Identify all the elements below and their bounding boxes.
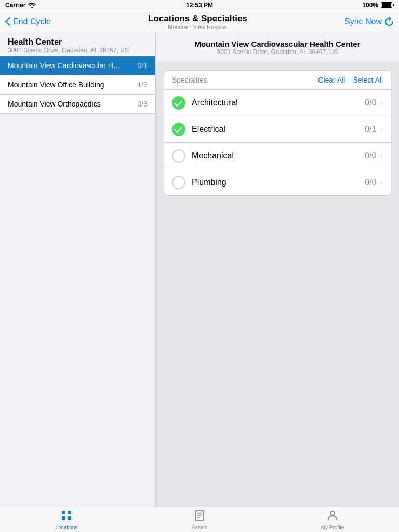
- sidebar-item-2[interactable]: Mountain View Orthopaedics 0/3: [0, 95, 155, 114]
- specialty-count-2: 0/0: [365, 151, 376, 161]
- back-label: End Cycle: [13, 17, 51, 26]
- carrier-text: Carrier: [5, 2, 25, 9]
- specialty-chevron-3: ›: [380, 178, 383, 187]
- right-header: Mountain View Cardiovascular Health Cent…: [156, 33, 399, 62]
- profile-icon: [326, 509, 339, 524]
- specialty-item-1[interactable]: Electrical 0/1 ›: [164, 116, 391, 143]
- sidebar-item-badge-1: 1/3: [132, 81, 148, 89]
- right-panel: Mountain View Cardiovascular Health Cent…: [156, 33, 399, 507]
- specialty-count-3: 0/0: [365, 178, 376, 187]
- selected-location-name: Mountain View Cardiovascular Health Cent…: [164, 39, 391, 48]
- status-battery-area: 100%: [362, 2, 394, 9]
- specialty-name-2: Mechanical: [192, 151, 365, 161]
- sync-button[interactable]: Sync Now: [344, 17, 394, 26]
- svg-point-0: [31, 7, 33, 8]
- specialties-label: Specialties: [172, 76, 207, 84]
- tab-profile-label: My Profile: [321, 525, 344, 530]
- status-carrier: Carrier: [5, 2, 36, 9]
- specialty-count-0: 0/0: [365, 98, 376, 108]
- sync-label: Sync Now: [344, 17, 382, 26]
- specialty-check-3: [172, 176, 185, 189]
- specialty-check-1: [172, 123, 185, 136]
- selected-location-address: 3001 Scenic Drive, Gadsden, AL 36467, US: [164, 48, 391, 56]
- tab-locations[interactable]: Locations: [0, 507, 133, 532]
- specialty-count-1: 0/1: [365, 125, 376, 134]
- sidebar-item-badge-0: 0/1: [132, 61, 148, 70]
- main-content: Health Center 3001 Scenic Drive, Gadsden…: [0, 33, 399, 507]
- specialties-actions: Clear All Select All: [318, 76, 383, 84]
- group-address: 3001 Scenic Drive, Gadsden, AL 36467, US: [8, 47, 148, 54]
- sync-icon: [384, 17, 394, 26]
- clear-all-button[interactable]: Clear All: [318, 76, 345, 84]
- assets-icon: [193, 509, 206, 524]
- tab-bar: Locations Assets My Profile: [0, 507, 399, 532]
- sidebar-item-0[interactable]: Mountain View Cardiovascular Health... 0…: [0, 56, 155, 75]
- sidebar-item-1[interactable]: Mountain View Office Building 1/3: [0, 75, 155, 95]
- specialty-check-0: [172, 96, 185, 110]
- specialty-item-0[interactable]: Architectural 0/0 ›: [164, 90, 391, 116]
- svg-point-9: [330, 511, 335, 515]
- specialty-item-3[interactable]: Plumbing 0/0 ›: [164, 169, 391, 195]
- battery-percent: 100%: [362, 2, 378, 9]
- tab-my-profile[interactable]: My Profile: [266, 507, 399, 532]
- sidebar-section-header: Health Center 3001 Scenic Drive, Gadsden…: [0, 33, 155, 56]
- svg-rect-1: [62, 511, 65, 514]
- svg-rect-4: [68, 516, 71, 520]
- tab-assets[interactable]: Assets: [133, 507, 266, 532]
- specialty-chevron-2: ›: [380, 152, 383, 160]
- specialty-chevron-1: ›: [380, 125, 383, 134]
- sidebar-item-name-2: Mountain View Orthopaedics: [8, 100, 122, 108]
- specialty-item-2[interactable]: Mechanical 0/0 ›: [164, 143, 391, 169]
- locations-icon: [60, 509, 73, 524]
- specialty-check-2: [172, 149, 185, 163]
- sidebar-item-badge-2: 0/3: [132, 100, 148, 108]
- sidebar: Health Center 3001 Scenic Drive, Gadsden…: [0, 33, 156, 507]
- svg-rect-2: [68, 511, 71, 514]
- status-time: 12:53 PM: [186, 2, 213, 9]
- sidebar-item-name-1: Mountain View Office Building: [8, 81, 122, 89]
- group-title: Health Center: [8, 37, 148, 47]
- page-title: Locations & Specialties: [148, 14, 247, 24]
- status-bar: Carrier 12:53 PM 100%: [0, 0, 399, 10]
- nav-bar: End Cycle Locations & Specialties Mounta…: [0, 10, 399, 33]
- tab-assets-label: Assets: [192, 525, 207, 530]
- specialty-chevron-0: ›: [380, 99, 383, 107]
- back-button[interactable]: End Cycle: [5, 17, 51, 26]
- battery-icon: [381, 2, 394, 8]
- specialties-container: Specialties Clear All Select All Archite…: [164, 70, 391, 196]
- tab-locations-label: Locations: [56, 525, 78, 530]
- wifi-icon: [28, 2, 36, 8]
- page-subtitle: Mountain View Hospital: [148, 24, 247, 30]
- back-icon: [5, 17, 10, 26]
- specialty-name-1: Electrical: [192, 125, 365, 134]
- select-all-button[interactable]: Select All: [353, 76, 383, 84]
- nav-title-area: Locations & Specialties Mountain View Ho…: [148, 14, 247, 30]
- specialty-name-0: Architectural: [192, 98, 365, 108]
- specialties-header: Specialties Clear All Select All: [164, 71, 391, 90]
- sidebar-item-name-0: Mountain View Cardiovascular Health...: [8, 61, 122, 70]
- svg-rect-3: [62, 516, 65, 520]
- specialty-name-3: Plumbing: [192, 178, 365, 187]
